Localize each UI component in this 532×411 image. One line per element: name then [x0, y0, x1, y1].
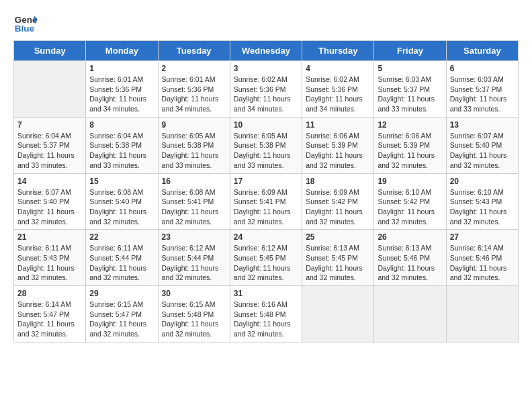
day-number: 15 [89, 177, 154, 186]
cell-details: Sunrise: 6:10 AM Sunset: 5:42 PM Dayligh… [378, 187, 442, 227]
sunset-info: Sunset: 5:42 PM [378, 197, 442, 207]
sunrise-info: Sunrise: 6:08 AM [162, 187, 226, 197]
sunrise-info: Sunrise: 6:15 AM [89, 300, 154, 310]
sunrise-info: Sunrise: 6:10 AM [450, 187, 515, 197]
svg-text:Blue: Blue [15, 24, 35, 34]
cell-details: Sunrise: 6:05 AM Sunset: 5:38 PM Dayligh… [234, 131, 298, 171]
cell-details: Sunrise: 6:12 AM Sunset: 5:44 PM Dayligh… [162, 243, 226, 283]
day-number: 19 [378, 177, 442, 186]
sunset-info: Sunset: 5:36 PM [306, 85, 370, 95]
daylight-info: Daylight: 11 hours and 33 minutes. [450, 94, 515, 113]
day-number: 20 [450, 177, 515, 186]
sunrise-info: Sunrise: 6:02 AM [306, 75, 370, 85]
day-number: 13 [450, 120, 515, 130]
day-number: 16 [162, 177, 226, 186]
calendar-cell: 24 Sunrise: 6:12 AM Sunset: 5:45 PM Dayl… [230, 230, 302, 286]
calendar-cell: 29 Sunrise: 6:15 AM Sunset: 5:47 PM Dayl… [86, 286, 158, 342]
sunset-info: Sunset: 5:40 PM [89, 197, 154, 207]
cell-details: Sunrise: 6:09 AM Sunset: 5:41 PM Dayligh… [234, 187, 298, 227]
calendar-week-5: 28 Sunrise: 6:14 AM Sunset: 5:47 PM Dayl… [14, 286, 519, 342]
logo: General Blue [13, 11, 40, 35]
day-number: 17 [234, 177, 298, 186]
sunset-info: Sunset: 5:37 PM [17, 140, 82, 150]
sunset-info: Sunset: 5:39 PM [306, 140, 370, 150]
sunrise-info: Sunrise: 6:15 AM [162, 300, 226, 310]
sunset-info: Sunset: 5:43 PM [17, 253, 82, 263]
cell-details: Sunrise: 6:06 AM Sunset: 5:39 PM Dayligh… [378, 131, 442, 171]
calendar-week-4: 21 Sunrise: 6:11 AM Sunset: 5:43 PM Dayl… [14, 230, 519, 286]
day-number: 29 [89, 289, 154, 298]
daylight-info: Daylight: 11 hours and 34 minutes. [306, 94, 370, 113]
cell-details: Sunrise: 6:06 AM Sunset: 5:39 PM Dayligh… [306, 131, 370, 171]
daylight-info: Daylight: 11 hours and 33 minutes. [378, 94, 442, 113]
cell-details: Sunrise: 6:16 AM Sunset: 5:48 PM Dayligh… [234, 300, 298, 339]
cell-details: Sunrise: 6:13 AM Sunset: 5:45 PM Dayligh… [306, 243, 370, 283]
sunset-info: Sunset: 5:44 PM [89, 253, 154, 263]
sunrise-info: Sunrise: 6:16 AM [234, 300, 298, 310]
calendar-cell: 30 Sunrise: 6:15 AM Sunset: 5:48 PM Dayl… [158, 286, 230, 342]
daylight-info: Daylight: 11 hours and 32 minutes. [450, 263, 515, 283]
sunset-info: Sunset: 5:36 PM [89, 85, 154, 95]
cell-details: Sunrise: 6:03 AM Sunset: 5:37 PM Dayligh… [378, 75, 442, 114]
calendar-cell: 6 Sunrise: 6:03 AM Sunset: 5:37 PM Dayli… [446, 61, 518, 118]
daylight-info: Daylight: 11 hours and 33 minutes. [17, 150, 82, 170]
sunset-info: Sunset: 5:48 PM [162, 310, 226, 320]
calendar-cell: 27 Sunrise: 6:14 AM Sunset: 5:46 PM Dayl… [446, 230, 518, 286]
daylight-info: Daylight: 11 hours and 32 minutes. [162, 207, 226, 226]
sunrise-info: Sunrise: 6:12 AM [234, 243, 298, 253]
daylight-info: Daylight: 11 hours and 32 minutes. [17, 207, 82, 226]
daylight-info: Daylight: 11 hours and 32 minutes. [89, 263, 154, 283]
sunrise-info: Sunrise: 6:08 AM [89, 187, 154, 197]
day-number: 9 [162, 120, 226, 130]
calendar-cell [14, 61, 86, 118]
calendar-cell [446, 286, 518, 342]
sunrise-info: Sunrise: 6:13 AM [306, 243, 370, 253]
daylight-info: Daylight: 11 hours and 32 minutes. [306, 263, 370, 283]
day-number: 2 [162, 64, 226, 73]
day-number: 11 [306, 120, 370, 130]
daylight-info: Daylight: 11 hours and 32 minutes. [378, 263, 442, 283]
day-number: 12 [378, 120, 442, 130]
day-number: 10 [234, 120, 298, 130]
day-number: 24 [234, 232, 298, 242]
sunset-info: Sunset: 5:41 PM [234, 197, 298, 207]
sunset-info: Sunset: 5:48 PM [234, 310, 298, 320]
cell-details: Sunrise: 6:11 AM Sunset: 5:44 PM Dayligh… [89, 243, 154, 283]
cell-details: Sunrise: 6:04 AM Sunset: 5:37 PM Dayligh… [17, 131, 82, 171]
sunset-info: Sunset: 5:38 PM [162, 140, 226, 150]
sunset-info: Sunset: 5:47 PM [89, 310, 154, 320]
calendar-cell: 1 Sunrise: 6:01 AM Sunset: 5:36 PM Dayli… [86, 61, 158, 118]
sunrise-info: Sunrise: 6:03 AM [378, 75, 442, 85]
calendar-cell: 13 Sunrise: 6:07 AM Sunset: 5:40 PM Dayl… [446, 117, 518, 173]
day-header-friday: Friday [374, 41, 446, 61]
day-number: 6 [450, 64, 515, 73]
day-number: 23 [162, 232, 226, 242]
calendar-cell: 28 Sunrise: 6:14 AM Sunset: 5:47 PM Dayl… [14, 286, 86, 342]
day-number: 31 [234, 289, 298, 298]
logo-icon: General Blue [13, 11, 38, 35]
sunrise-info: Sunrise: 6:12 AM [162, 243, 226, 253]
cell-details: Sunrise: 6:13 AM Sunset: 5:46 PM Dayligh… [378, 243, 442, 283]
daylight-info: Daylight: 11 hours and 34 minutes. [162, 94, 226, 113]
calendar-cell: 12 Sunrise: 6:06 AM Sunset: 5:39 PM Dayl… [374, 117, 446, 173]
daylight-info: Daylight: 11 hours and 32 minutes. [306, 207, 370, 226]
daylight-info: Daylight: 11 hours and 32 minutes. [450, 207, 515, 226]
day-header-tuesday: Tuesday [158, 41, 230, 61]
daylight-info: Daylight: 11 hours and 32 minutes. [17, 319, 82, 338]
cell-details: Sunrise: 6:11 AM Sunset: 5:43 PM Dayligh… [17, 243, 82, 283]
calendar-cell: 4 Sunrise: 6:02 AM Sunset: 5:36 PM Dayli… [302, 61, 374, 118]
calendar-cell: 3 Sunrise: 6:02 AM Sunset: 5:36 PM Dayli… [230, 61, 302, 118]
cell-details: Sunrise: 6:08 AM Sunset: 5:41 PM Dayligh… [162, 187, 226, 227]
daylight-info: Daylight: 11 hours and 32 minutes. [234, 263, 298, 283]
sunset-info: Sunset: 5:39 PM [378, 140, 442, 150]
calendar-cell: 7 Sunrise: 6:04 AM Sunset: 5:37 PM Dayli… [14, 117, 86, 173]
daylight-info: Daylight: 11 hours and 34 minutes. [234, 94, 298, 113]
sunrise-info: Sunrise: 6:03 AM [450, 75, 515, 85]
sunset-info: Sunset: 5:36 PM [234, 85, 298, 95]
calendar-cell: 14 Sunrise: 6:07 AM Sunset: 5:40 PM Dayl… [14, 173, 86, 230]
sunset-info: Sunset: 5:45 PM [306, 253, 370, 263]
daylight-info: Daylight: 11 hours and 32 minutes. [378, 207, 442, 226]
cell-details: Sunrise: 6:01 AM Sunset: 5:36 PM Dayligh… [89, 75, 154, 114]
day-number: 3 [234, 64, 298, 73]
calendar-cell: 2 Sunrise: 6:01 AM Sunset: 5:36 PM Dayli… [158, 61, 230, 118]
